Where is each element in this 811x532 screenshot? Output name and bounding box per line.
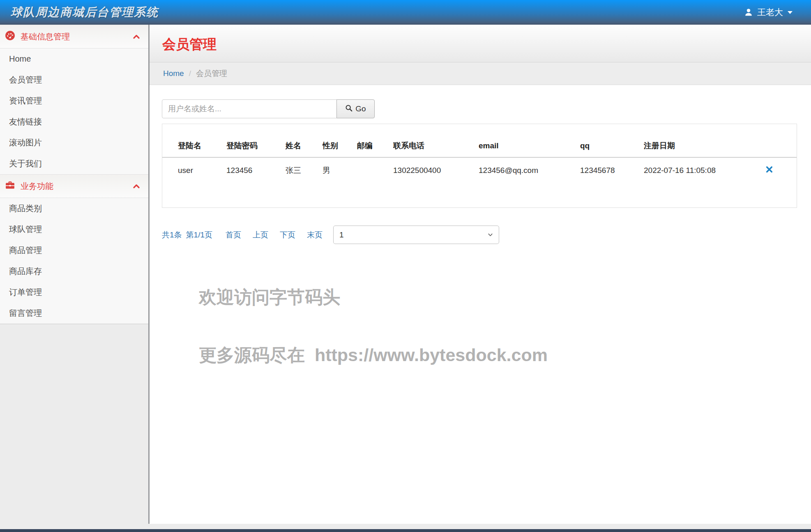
sidebar-section-label: 业务功能 [21, 181, 127, 192]
cell-gender: 男 [323, 157, 357, 183]
table-row: user 123456 张三 男 13022500400 123456@qq.c… [162, 157, 797, 183]
page-header: 会员管理 [150, 25, 811, 62]
sidebar-item-member-management[interactable]: 会员管理 [0, 69, 148, 90]
watermark-line1: 欢迎访问字节码头 [199, 288, 811, 307]
sidebar-item-product-category[interactable]: 商品类别 [0, 198, 148, 219]
column-header-gender: 性别 [323, 135, 357, 157]
user-name: 王老大 [757, 7, 783, 18]
breadcrumb-current: 会员管理 [196, 68, 227, 79]
page-select[interactable]: 1 [333, 226, 499, 244]
sidebar-item-friend-links[interactable]: 友情链接 [0, 111, 148, 132]
breadcrumb-separator: / [189, 69, 191, 78]
cell-qq: 12345678 [580, 157, 644, 183]
pagination-prev-link[interactable]: 上页 [253, 230, 268, 240]
bottom-bar [0, 529, 811, 532]
breadcrumb: Home / 会员管理 [150, 62, 811, 85]
sidebar-item-order-management[interactable]: 订单管理 [0, 282, 148, 303]
pagination-total: 共1条 [162, 230, 182, 240]
table-header-row: 登陆名 登陆密码 姓名 性别 邮编 联系电话 email qq 注册日期 [162, 135, 797, 157]
caret-down-icon [787, 10, 793, 14]
cell-login: user [162, 157, 226, 183]
sidebar-item-news-management[interactable]: 资讯管理 [0, 90, 148, 111]
column-header-actions [765, 135, 797, 157]
sidebar-item-home[interactable]: Home [0, 48, 148, 69]
column-header-name: 姓名 [286, 135, 323, 157]
search-go-button[interactable]: Go [336, 99, 375, 118]
search-icon [345, 104, 353, 114]
cell-zipcode [357, 157, 393, 183]
breadcrumb-home-link[interactable]: Home [163, 69, 184, 78]
column-header-qq: qq [580, 135, 644, 157]
cell-email: 123456@qq.com [479, 157, 580, 183]
briefcase-icon [5, 180, 15, 192]
pagination-page-info: 第1/1页 [186, 230, 212, 240]
sidebar: 基础信息管理 Home 会员管理 资讯管理 友情链接 滚动图片 关于我们 业务功… [0, 25, 148, 524]
cell-phone: 13022500400 [393, 157, 479, 183]
watermark: 欢迎访问字节码头 更多源码尽在 https://www.bytesdock.co… [162, 249, 811, 403]
column-header-password: 登陆密码 [226, 135, 286, 157]
app-title: 球队周边商城后台管理系统 [11, 5, 159, 20]
column-header-login: 登陆名 [162, 135, 226, 157]
pagination-last-link[interactable]: 末页 [307, 230, 323, 240]
user-dropdown[interactable]: 王老大 [744, 7, 793, 18]
column-header-phone: 联系电话 [393, 135, 479, 157]
column-header-email: email [479, 135, 580, 157]
sidebar-item-about-us[interactable]: 关于我们 [0, 153, 148, 174]
sidebar-item-message-management[interactable]: 留言管理 [0, 303, 148, 324]
page-select-value: 1 [339, 230, 344, 240]
sidebar-item-carousel-images[interactable]: 滚动图片 [0, 132, 148, 153]
pagination-first-link[interactable]: 首页 [226, 230, 241, 240]
main-content: 会员管理 Home / 会员管理 Go [148, 25, 811, 524]
pagination-next-link[interactable]: 下页 [280, 230, 295, 240]
watermark-line2: 更多源码尽在 https://www.bytesdock.com [199, 345, 811, 365]
sidebar-item-product-stock[interactable]: 商品库存 [0, 261, 148, 282]
sidebar-section-label: 基础信息管理 [21, 31, 127, 42]
search-go-label: Go [355, 104, 366, 113]
sidebar-item-team-management[interactable]: 球队管理 [0, 219, 148, 240]
dashboard-icon [5, 30, 15, 43]
cell-name: 张三 [286, 157, 323, 183]
pagination: 共1条 第1/1页 首页 上页 下页 末页 1 [162, 226, 811, 244]
members-table: 登陆名 登陆密码 姓名 性别 邮编 联系电话 email qq 注册日期 [162, 135, 797, 183]
sidebar-section-basic-info[interactable]: 基础信息管理 [0, 25, 148, 48]
sidebar-item-product-management[interactable]: 商品管理 [0, 240, 148, 261]
chevron-up-icon [133, 32, 140, 41]
search-bar: Go [162, 99, 811, 118]
delete-row-button[interactable] [765, 165, 774, 176]
top-navbar: 球队周边商城后台管理系统 王老大 [0, 0, 811, 25]
chevron-up-icon [133, 182, 140, 191]
column-header-register-date: 注册日期 [644, 135, 765, 157]
sidebar-menu: 基础信息管理 Home 会员管理 资讯管理 友情链接 滚动图片 关于我们 业务功… [0, 25, 148, 324]
search-input[interactable] [162, 99, 337, 118]
sidebar-section-business[interactable]: 业务功能 [0, 174, 148, 198]
delete-icon [765, 167, 774, 175]
page-title: 会员管理 [162, 35, 811, 54]
user-icon [744, 8, 753, 17]
column-header-zipcode: 邮编 [357, 135, 393, 157]
cell-register-date: 2022-07-16 11:05:08 [644, 157, 765, 183]
cell-password: 123456 [226, 157, 286, 183]
members-table-panel: 登陆名 登陆密码 姓名 性别 邮编 联系电话 email qq 注册日期 [162, 124, 797, 208]
